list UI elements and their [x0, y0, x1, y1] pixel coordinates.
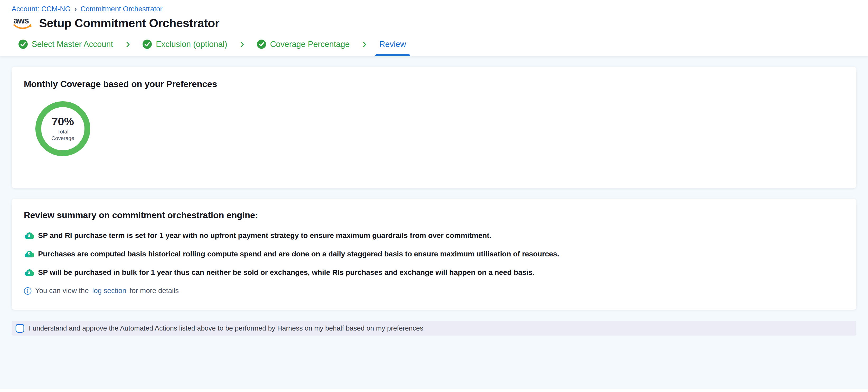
- stepper-tabbar: Select Master Account › Exclusion (optio…: [0, 32, 868, 57]
- monthly-coverage-card: Monthly Coverage based on your Preferenc…: [11, 67, 857, 188]
- chevron-right-icon: ›: [363, 37, 367, 50]
- cloud-dollar-icon: $: [24, 268, 34, 276]
- step-label: Select Master Account: [32, 39, 113, 49]
- svg-text:$: $: [27, 251, 30, 256]
- info-text-prefix: You can view the: [35, 287, 89, 295]
- title-row: aws Setup Commitment Orchestrator: [11, 16, 857, 32]
- tab-review[interactable]: Review: [378, 32, 408, 56]
- donut-value: 70%: [52, 116, 74, 127]
- header: Account: CCM-NG › Commitment Orchestrato…: [0, 0, 868, 32]
- coverage-donut-chart: 70% Total Coverage: [35, 101, 90, 156]
- log-section-link[interactable]: log section: [92, 287, 126, 295]
- step-label: Exclusion (optional): [156, 39, 227, 49]
- summary-bullets: $ SP and RI purchase term is set for 1 y…: [24, 231, 844, 277]
- check-circle-icon: [257, 39, 266, 49]
- check-circle-icon: [19, 39, 28, 49]
- aws-logo-icon: aws: [11, 16, 33, 31]
- breadcrumb-separator-icon: ›: [74, 5, 77, 13]
- bullet-text: SP will be purchased in bulk for 1 year …: [38, 268, 534, 277]
- svg-text:$: $: [27, 270, 30, 275]
- summary-bullet: $ SP and RI purchase term is set for 1 y…: [24, 231, 844, 240]
- breadcrumb: Account: CCM-NG › Commitment Orchestrato…: [11, 5, 857, 13]
- donut-center: 70% Total Coverage: [41, 107, 85, 150]
- info-line: You can view the log section for more de…: [24, 287, 844, 295]
- bullet-text: Purchases are computed basis historical …: [38, 250, 559, 258]
- tab-select-master-account[interactable]: Select Master Account: [17, 32, 115, 56]
- donut-label: Total Coverage: [52, 128, 74, 142]
- svg-text:$: $: [27, 233, 30, 238]
- breadcrumb-account-link[interactable]: Account: CCM-NG: [11, 5, 71, 13]
- cloud-dollar-icon: $: [24, 250, 34, 258]
- cloud-dollar-icon: $: [24, 232, 34, 239]
- donut-label-line1: Total: [52, 128, 74, 135]
- tab-coverage-percentage[interactable]: Coverage Percentage: [255, 32, 351, 56]
- summary-bullet: $ Purchases are computed basis historica…: [24, 250, 844, 258]
- approval-checkbox[interactable]: [16, 324, 24, 333]
- info-icon: [24, 287, 32, 295]
- step-label: Coverage Percentage: [270, 39, 350, 49]
- summary-card-title: Review summary on commitment orchestrati…: [24, 210, 844, 220]
- donut-label-line2: Coverage: [52, 135, 74, 142]
- bottom-strip: [0, 389, 868, 392]
- step-label: Review: [379, 39, 406, 49]
- bullet-text: SP and RI purchase term is set for 1 yea…: [38, 231, 491, 240]
- breadcrumb-page-link[interactable]: Commitment Orchestrator: [81, 5, 163, 13]
- page: Account: CCM-NG › Commitment Orchestrato…: [0, 0, 868, 392]
- summary-bullet: $ SP will be purchased in bulk for 1 yea…: [24, 268, 844, 277]
- svg-text:aws: aws: [13, 16, 29, 25]
- tab-exclusion-optional[interactable]: Exclusion (optional): [141, 32, 229, 56]
- chevron-right-icon: ›: [240, 37, 244, 50]
- info-text-suffix: for more details: [130, 287, 179, 295]
- approval-row: I understand and approve the Automated A…: [11, 321, 857, 335]
- main-content: Monthly Coverage based on your Preferenc…: [0, 67, 868, 335]
- review-summary-card: Review summary on commitment orchestrati…: [11, 199, 857, 310]
- check-circle-icon: [143, 39, 152, 49]
- chevron-right-icon: ›: [126, 37, 130, 50]
- approval-label: I understand and approve the Automated A…: [29, 324, 423, 332]
- page-title: Setup Commitment Orchestrator: [39, 17, 219, 30]
- coverage-card-title: Monthly Coverage based on your Preferenc…: [24, 79, 844, 89]
